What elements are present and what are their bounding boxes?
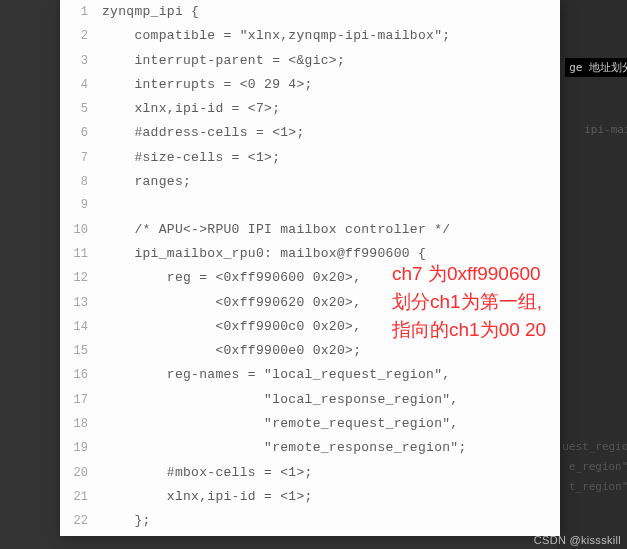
line-number: 8 bbox=[60, 171, 102, 194]
code-line: 4 interrupts = <0 29 4>; bbox=[60, 73, 560, 97]
line-number: 13 bbox=[60, 292, 102, 315]
code-line: 8 ranges; bbox=[60, 170, 560, 194]
line-number: 14 bbox=[60, 316, 102, 339]
code-line: 22 }; bbox=[60, 509, 560, 533]
line-number: 10 bbox=[60, 219, 102, 242]
code-line: 23}; bbox=[60, 534, 560, 536]
line-number: 21 bbox=[60, 486, 102, 509]
code-text: xlnx,ipi-id = <1>; bbox=[102, 485, 313, 508]
code-line: 1zynqmp_ipi { bbox=[60, 0, 560, 24]
code-text: reg-names = "local_request_region", bbox=[102, 363, 450, 386]
code-text: interrupt-parent = <&gic>; bbox=[102, 49, 345, 72]
bg-resp-hint: e_region", bbox=[569, 460, 627, 473]
line-number: 3 bbox=[60, 50, 102, 73]
code-text: <0xff9900c0 0x20>, bbox=[102, 315, 361, 338]
code-text: compatible = "xlnx,zynqmp-ipi-mailbox"; bbox=[102, 24, 450, 47]
watermark: CSDN @kissskill bbox=[534, 534, 621, 546]
code-line: 11 ipi_mailbox_rpu0: mailbox@ff990600 { bbox=[60, 242, 560, 266]
line-number: 19 bbox=[60, 437, 102, 460]
line-number: 23 bbox=[60, 535, 102, 536]
code-panel: 1zynqmp_ipi {2 compatible = "xlnx,zynqmp… bbox=[60, 0, 560, 536]
line-number: 6 bbox=[60, 122, 102, 145]
bg-rreq-hint: t_region", bbox=[569, 480, 627, 493]
code-text: <0xff9900e0 0x20>; bbox=[102, 339, 361, 362]
code-text: "remote_request_region", bbox=[102, 412, 458, 435]
line-number: 9 bbox=[60, 194, 102, 217]
line-number: 20 bbox=[60, 462, 102, 485]
code-text: <0xff990620 0x20>, bbox=[102, 291, 361, 314]
code-text: interrupts = <0 29 4>; bbox=[102, 73, 313, 96]
background-dark-strip: 7 ge 地址划分 ipi-mailbox uest_region e_regi… bbox=[557, 0, 627, 549]
code-line: 6 #address-cells = <1>; bbox=[60, 121, 560, 145]
code-text: xlnx,ipi-id = <7>; bbox=[102, 97, 280, 120]
line-number: 15 bbox=[60, 340, 102, 363]
code-line: 21 xlnx,ipi-id = <1>; bbox=[60, 485, 560, 509]
code-line: 15 <0xff9900e0 0x20>; bbox=[60, 339, 560, 363]
code-text: ranges; bbox=[102, 170, 191, 193]
line-number: 22 bbox=[60, 510, 102, 533]
line-number: 11 bbox=[60, 243, 102, 266]
code-line: 13 <0xff990620 0x20>, bbox=[60, 291, 560, 315]
code-line: 14 <0xff9900c0 0x20>, bbox=[60, 315, 560, 339]
code-line: 20 #mbox-cells = <1>; bbox=[60, 461, 560, 485]
code-line: 5 xlnx,ipi-id = <7>; bbox=[60, 97, 560, 121]
line-number: 7 bbox=[60, 147, 102, 170]
code-text: "local_response_region", bbox=[102, 388, 458, 411]
code-line: 2 compatible = "xlnx,zynqmp-ipi-mailbox"… bbox=[60, 24, 560, 48]
line-number: 18 bbox=[60, 413, 102, 436]
code-text: }; bbox=[102, 534, 118, 536]
code-line: 12 reg = <0xff990600 0x20>, bbox=[60, 266, 560, 290]
code-line: 9 bbox=[60, 194, 560, 217]
line-number: 1 bbox=[60, 1, 102, 24]
code-text: "remote_response_region"; bbox=[102, 436, 467, 459]
code-line: 17 "local_response_region", bbox=[60, 388, 560, 412]
line-number: 17 bbox=[60, 389, 102, 412]
line-number: 2 bbox=[60, 25, 102, 48]
bg-mailbox-hint: ipi-mailbox bbox=[584, 123, 627, 136]
line-number: 12 bbox=[60, 267, 102, 290]
code-line: 19 "remote_response_region"; bbox=[60, 436, 560, 460]
line-number: 16 bbox=[60, 364, 102, 387]
code-container: 1zynqmp_ipi {2 compatible = "xlnx,zynqmp… bbox=[60, 0, 560, 536]
bg-req-hint: uest_region bbox=[562, 440, 627, 453]
code-line: 18 "remote_request_region", bbox=[60, 412, 560, 436]
code-text: #size-cells = <1>; bbox=[102, 146, 280, 169]
code-text: ipi_mailbox_rpu0: mailbox@ff990600 { bbox=[102, 242, 426, 265]
code-text: zynqmp_ipi { bbox=[102, 0, 199, 23]
code-text: #mbox-cells = <1>; bbox=[102, 461, 313, 484]
code-text: }; bbox=[102, 509, 151, 532]
bg-badge-text: ge 地址划分 bbox=[565, 58, 627, 77]
code-text: #address-cells = <1>; bbox=[102, 121, 305, 144]
code-line: 3 interrupt-parent = <&gic>; bbox=[60, 49, 560, 73]
code-text: reg = <0xff990600 0x20>, bbox=[102, 266, 361, 289]
code-text: /* APU<->RPU0 IPI mailbox controller */ bbox=[102, 218, 450, 241]
line-number: 4 bbox=[60, 74, 102, 97]
line-number: 5 bbox=[60, 98, 102, 121]
code-line: 10 /* APU<->RPU0 IPI mailbox controller … bbox=[60, 218, 560, 242]
code-line: 7 #size-cells = <1>; bbox=[60, 146, 560, 170]
code-line: 16 reg-names = "local_request_region", bbox=[60, 363, 560, 387]
